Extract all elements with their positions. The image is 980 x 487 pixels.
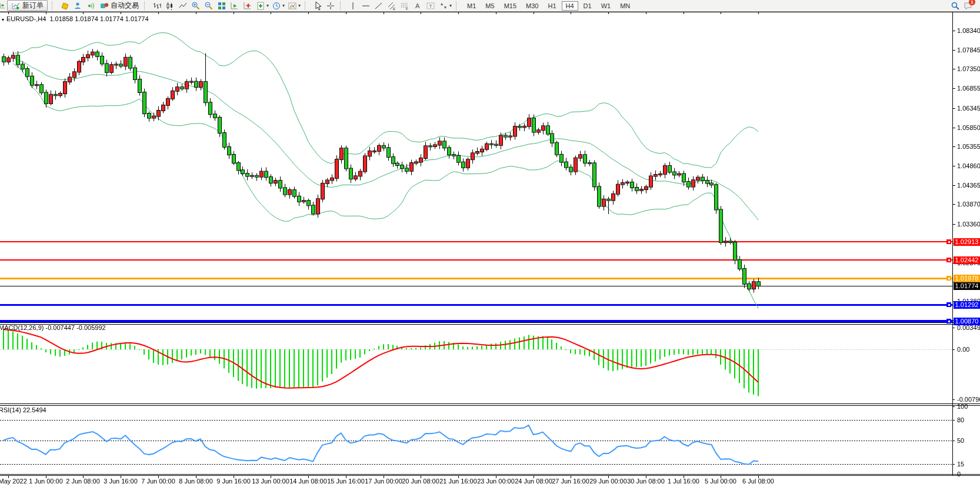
rsi-indicator-label: RSI(14) 22.5494	[0, 406, 46, 413]
bar-chart-icon[interactable]	[152, 1, 162, 11]
cursor-group	[311, 0, 337, 11]
signals-icon[interactable]	[86, 1, 95, 11]
timeframe-m1[interactable]: M1	[463, 1, 480, 11]
line-chart-icon[interactable]	[178, 1, 188, 11]
market-icon[interactable]	[60, 1, 69, 11]
candlestick-chart-icon[interactable]	[165, 1, 175, 11]
periods-clock-icon[interactable]	[272, 1, 281, 11]
separator	[456, 1, 461, 10]
cursor-arrow-icon[interactable]	[313, 1, 322, 11]
zoom-in-icon[interactable]	[191, 1, 201, 11]
chevron-down-icon[interactable]: ▾	[282, 3, 285, 8]
equidistant-channel-icon[interactable]: E	[387, 1, 396, 11]
level-label-red-upper[interactable]: 1.02913	[954, 238, 980, 246]
auto-trading-icon	[99, 1, 109, 11]
vertical-line-icon[interactable]	[348, 1, 358, 11]
chevron-down-icon[interactable]: ▾	[298, 3, 301, 8]
level-label-blue-upper[interactable]: 1.01292	[954, 301, 980, 309]
toolbar: 新订单 自动交易	[0, 0, 980, 12]
trade-group: 新订单	[0, 0, 49, 11]
toolbar-right: 1	[949, 1, 978, 11]
svg-text:A: A	[415, 2, 420, 9]
zoom-group	[189, 0, 228, 11]
profile-icon[interactable]	[73, 1, 82, 11]
timeframe-d1[interactable]: D1	[579, 1, 596, 11]
add-indicator-icon[interactable]	[256, 1, 265, 11]
notifications-chat-icon[interactable]: 1	[964, 1, 973, 11]
chart-symbol-period: EURUSD-,H4	[6, 15, 46, 22]
auto-trading-button[interactable]: 自动交易	[97, 1, 141, 11]
new-order-icon	[11, 1, 21, 11]
separator	[340, 1, 345, 10]
level-label-blue-lower[interactable]: 1.00870	[954, 318, 980, 325]
bid-price-label: 1.01774	[954, 282, 980, 290]
arrows-icon[interactable]	[439, 1, 448, 11]
horizontal-line-icon[interactable]	[361, 1, 371, 11]
fibonacci-icon[interactable]: F	[400, 1, 409, 11]
terminal-window: 新订单 自动交易	[0, 0, 980, 487]
new-order-button[interactable]: 新订单	[7, 0, 48, 11]
trendline-icon[interactable]	[374, 1, 384, 11]
objects-group: E F A T ▾	[346, 0, 453, 11]
timeframe-w1[interactable]: W1	[597, 1, 615, 11]
chart-shift-icon[interactable]	[243, 1, 252, 11]
svg-text:F: F	[406, 7, 408, 11]
svg-text:E: E	[393, 7, 395, 11]
notification-badge: 1	[969, 0, 975, 5]
timeframe-mn[interactable]: MN	[616, 1, 634, 11]
one-click-expander-icon[interactable]: ▾	[2, 17, 4, 22]
timeframe-m5[interactable]: M5	[481, 1, 498, 11]
scroll-group	[228, 0, 254, 11]
indicator-group: ▾ ▾ ▾	[254, 0, 302, 11]
separator	[305, 1, 309, 10]
separator	[52, 1, 56, 10]
timeframe-group: M1 M5 M15 M30 H1 H4 D1 W1 MN	[462, 0, 635, 11]
chart-type-group	[151, 0, 189, 11]
separator	[144, 1, 149, 10]
level-label-red-lower[interactable]: 1.02442	[954, 256, 980, 264]
timeframe-m30[interactable]: M30	[522, 1, 542, 11]
auto-trading-label: 自动交易	[111, 1, 139, 11]
price-chart-canvas[interactable]	[0, 0, 980, 487]
new-chart-icon[interactable]	[0, 1, 5, 11]
zoom-out-icon[interactable]	[204, 1, 214, 11]
chart-ohlc-info: ▾EURUSD-,H4 1.01858 1.01874 1.01774 1.01…	[2, 15, 149, 22]
level-label-orange[interactable]: 1.01978	[954, 275, 980, 282]
timeframe-h4[interactable]: H4	[562, 1, 578, 11]
text-label-icon[interactable]: T	[426, 1, 435, 11]
timeframe-h1[interactable]: H1	[544, 1, 560, 11]
services-group: 自动交易	[58, 0, 141, 11]
tile-windows-icon[interactable]	[217, 1, 226, 11]
chart-ohlc-values: 1.01858 1.01874 1.01774 1.01774	[49, 15, 148, 22]
new-order-label: 新订单	[22, 1, 44, 11]
templates-icon[interactable]	[288, 1, 297, 11]
chevron-down-icon[interactable]: ▾	[266, 3, 269, 8]
chevron-down-icon[interactable]: ▾	[449, 3, 452, 8]
text-icon[interactable]: A	[413, 1, 422, 11]
svg-text:T: T	[429, 4, 432, 9]
crosshair-icon[interactable]	[326, 1, 335, 11]
macd-indicator-label: MACD(12,26,9) -0.007447 -0.005992	[0, 324, 106, 331]
timeframe-m15[interactable]: M15	[500, 1, 521, 11]
search-icon[interactable]	[951, 1, 960, 11]
auto-scroll-icon[interactable]	[230, 1, 239, 11]
